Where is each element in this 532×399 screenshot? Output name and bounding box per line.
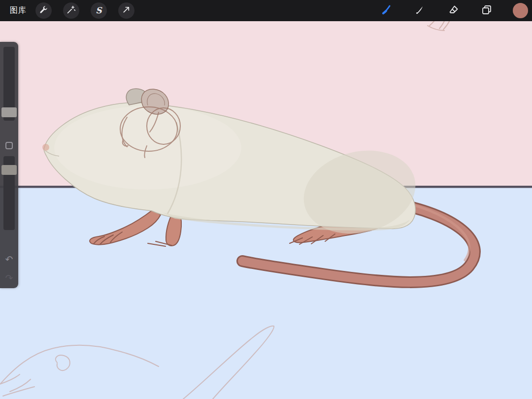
sidebar-tool-panel: ↶ ↷ [0, 42, 18, 288]
undo-button[interactable]: ↶ [0, 255, 18, 264]
paint-button[interactable] [378, 2, 395, 19]
layers-icon [481, 4, 492, 17]
wrench-icon [39, 5, 48, 16]
modify-button[interactable] [5, 142, 13, 149]
redo-button[interactable]: ↷ [0, 273, 18, 283]
selection-button[interactable]: S [91, 2, 107, 19]
erase-button[interactable] [445, 2, 462, 19]
smudge-icon [415, 4, 426, 17]
eraser-icon [448, 4, 459, 17]
brush-size-slider-thumb[interactable] [1, 107, 17, 117]
color-swatch[interactable] [513, 3, 528, 18]
paintbrush-icon [381, 4, 392, 17]
gallery-button[interactable]: 图库 [10, 0, 27, 21]
actions-button[interactable] [35, 2, 52, 19]
adjustments-button[interactable] [63, 2, 79, 19]
opacity-slider-thumb[interactable] [1, 165, 17, 175]
arrow-cursor-icon [122, 5, 131, 16]
smudge-button[interactable] [412, 2, 428, 19]
magic-wand-icon [66, 5, 76, 16]
layers-button[interactable] [478, 2, 495, 19]
selection-s-icon: S [96, 6, 101, 15]
transform-button[interactable] [118, 2, 134, 19]
drawing-canvas[interactable] [0, 0, 532, 399]
top-toolbar: 图库 S [0, 0, 532, 21]
app-window: ↶ ↷ 图库 [0, 0, 532, 399]
